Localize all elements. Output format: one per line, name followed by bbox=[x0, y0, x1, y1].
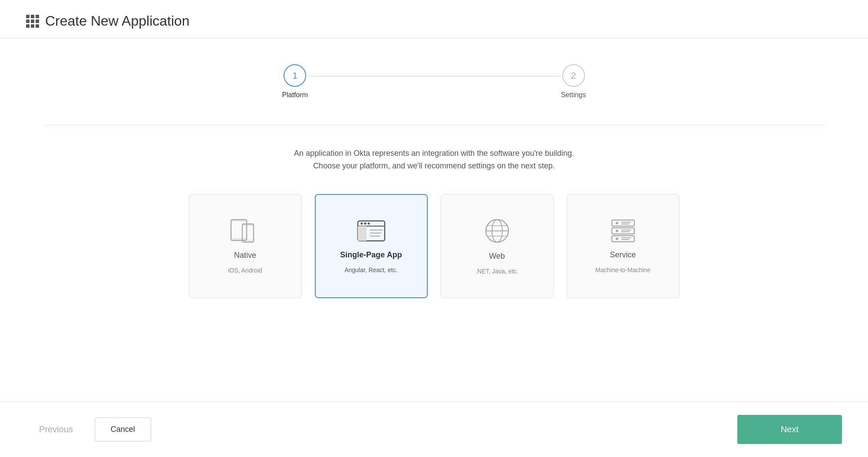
page-header: Create New Application bbox=[0, 0, 868, 38]
stepper-line bbox=[308, 76, 561, 76]
svg-rect-11 bbox=[358, 226, 366, 241]
spa-card-subtitle: Angular, React, etc. bbox=[344, 266, 397, 273]
platform-description: An application in Okta represents an int… bbox=[294, 147, 574, 172]
step-1-label: Platform bbox=[282, 91, 308, 99]
platform-card-spa[interactable]: Single-Page App Angular, React, etc. bbox=[315, 194, 428, 298]
footer: Previous Cancel Next bbox=[0, 401, 868, 457]
platform-cards: Native iOS, Android bbox=[189, 194, 680, 298]
svg-point-24 bbox=[616, 230, 618, 232]
previous-button[interactable]: Previous bbox=[26, 417, 86, 442]
platform-card-native[interactable]: Native iOS, Android bbox=[189, 194, 302, 298]
svg-rect-21 bbox=[612, 228, 634, 234]
platform-card-web[interactable]: Web .NET, Java, etc. bbox=[441, 194, 554, 298]
step-1: 1 Platform bbox=[282, 64, 308, 99]
spa-card-title: Single-Page App bbox=[340, 250, 402, 260]
svg-point-25 bbox=[616, 237, 618, 240]
next-button[interactable]: Next bbox=[737, 415, 842, 444]
app-grid-icon bbox=[26, 15, 39, 28]
stepper: 1 Platform 2 Settings bbox=[282, 64, 586, 99]
svg-point-9 bbox=[364, 223, 366, 225]
svg-rect-0 bbox=[231, 220, 247, 240]
service-icon bbox=[608, 218, 638, 243]
svg-rect-22 bbox=[612, 236, 634, 242]
svg-point-8 bbox=[360, 223, 363, 225]
page-title: Create New Application bbox=[45, 13, 190, 29]
svg-point-23 bbox=[616, 222, 618, 224]
step-1-circle: 1 bbox=[284, 64, 306, 87]
platform-card-service[interactable]: Service Machine-to-Machine bbox=[567, 194, 680, 298]
web-icon bbox=[483, 217, 511, 245]
service-card-subtitle: Machine-to-Machine bbox=[595, 266, 650, 273]
step-2: 2 Settings bbox=[561, 64, 586, 99]
footer-left-buttons: Previous Cancel bbox=[26, 417, 151, 442]
step-2-circle: 2 bbox=[562, 64, 585, 87]
web-card-subtitle: .NET, Java, etc. bbox=[475, 268, 518, 275]
native-card-subtitle: iOS, Android bbox=[228, 267, 262, 274]
svg-rect-1 bbox=[231, 220, 247, 221]
spa-icon bbox=[356, 218, 386, 243]
cancel-button[interactable]: Cancel bbox=[95, 418, 151, 441]
content-divider-top bbox=[43, 125, 825, 125]
native-card-title: Native bbox=[234, 251, 256, 260]
page-container: Create New Application 1 Platform 2 Sett… bbox=[0, 0, 868, 457]
svg-rect-4 bbox=[242, 224, 254, 226]
svg-point-10 bbox=[367, 223, 370, 225]
step-2-label: Settings bbox=[561, 91, 586, 99]
native-icon bbox=[230, 218, 261, 244]
web-card-title: Web bbox=[489, 252, 505, 261]
service-card-title: Service bbox=[610, 250, 636, 260]
main-content: 1 Platform 2 Settings An application in … bbox=[0, 38, 868, 401]
svg-rect-5 bbox=[242, 240, 254, 242]
svg-rect-20 bbox=[612, 220, 634, 226]
